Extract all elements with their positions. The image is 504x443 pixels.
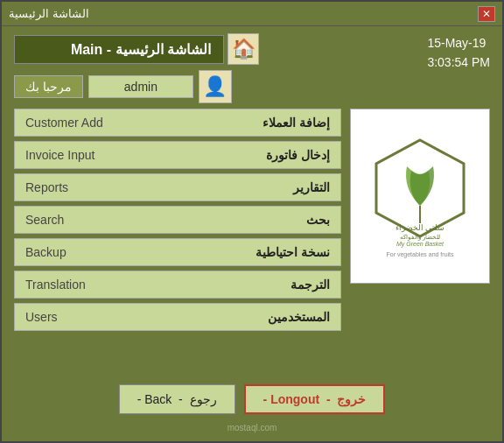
content-area: 15-May-19 3:03:54 PM 🏠 الشاشة الرئيسية -… bbox=[2, 26, 502, 441]
house-icon: 🏠 bbox=[228, 33, 259, 65]
main-window: ✕ الشاشة الرئيسية 15-May-19 3:03:54 PM 🏠… bbox=[0, 0, 504, 443]
translation-button[interactable]: الترجمة Translation bbox=[14, 271, 341, 299]
main-title-text: الشاشة الرئيسية - Main bbox=[71, 41, 211, 58]
logo-sub: For vegetables and fruits bbox=[386, 251, 453, 257]
backup-en: Backup bbox=[25, 245, 66, 259]
time-display: 3:03:54 PM bbox=[427, 53, 490, 72]
invoice-input-button[interactable]: إدخال فاتورة Invoice Input bbox=[14, 141, 341, 169]
users-ar: المستخدمين bbox=[268, 310, 330, 324]
customer-add-en: Customer Add bbox=[25, 116, 103, 130]
main-title-banner: الشاشة الرئيسية - Main bbox=[14, 35, 224, 64]
logout-ar: خروج bbox=[337, 392, 366, 406]
watermark: mostaql.com bbox=[14, 423, 490, 434]
backup-button[interactable]: نسخة احتياطية Backup bbox=[14, 238, 341, 266]
customer-add-ar: إضافة العملاء bbox=[262, 116, 330, 130]
backup-ar: نسخة احتياطية bbox=[256, 245, 330, 259]
logo-area: سلتي الخضراء للخضار والفواكه My Green Ba… bbox=[350, 109, 490, 284]
customer-add-button[interactable]: إضافة العملاء Customer Add bbox=[14, 109, 341, 137]
reports-button[interactable]: التقارير Reports bbox=[14, 173, 341, 201]
main-area: سلتي الخضراء للخضار والفواكه My Green Ba… bbox=[14, 109, 490, 374]
search-en: Search bbox=[25, 213, 64, 227]
search-ar: بحث bbox=[306, 213, 330, 227]
company-logo: سلتي الخضراء للخضار والفواكه My Green Ba… bbox=[368, 136, 472, 250]
bottom-buttons: خروج - Longout - رجوع - Back - bbox=[14, 379, 490, 418]
datetime-display: 15-May-19 3:03:54 PM bbox=[427, 33, 490, 73]
date-display: 15-May-19 bbox=[427, 33, 490, 53]
svg-text:My Green Basket: My Green Basket bbox=[396, 241, 444, 248]
back-button[interactable]: رجوع - Back - bbox=[119, 384, 235, 414]
welcome-row: 👤 admin مرحبا بك bbox=[14, 70, 232, 103]
avatar: 👤 bbox=[199, 70, 232, 103]
users-button[interactable]: المستخدمين Users bbox=[14, 303, 341, 331]
invoice-input-en: Invoice Input bbox=[25, 148, 94, 162]
close-button[interactable]: ✕ bbox=[478, 6, 495, 22]
translation-ar: الترجمة bbox=[290, 278, 330, 292]
back-en: Back - bbox=[137, 392, 172, 406]
welcome-label: مرحبا بك bbox=[14, 75, 83, 98]
svg-text:للخضار والفواكه: للخضار والفواكه bbox=[400, 234, 440, 241]
users-en: Users bbox=[25, 310, 58, 324]
reports-ar: التقارير bbox=[293, 180, 330, 194]
header-right: 🏠 الشاشة الرئيسية - Main 👤 admin مرحبا ب… bbox=[14, 33, 259, 103]
search-button[interactable]: بحث Search bbox=[14, 206, 341, 234]
buttons-area: إضافة العملاء Customer Add إدخال فاتورة … bbox=[14, 109, 341, 374]
logout-button[interactable]: خروج - Longout - bbox=[244, 384, 386, 414]
title-bar: ✕ الشاشة الرئيسية bbox=[2, 2, 502, 26]
top-section: 15-May-19 3:03:54 PM 🏠 الشاشة الرئيسية -… bbox=[14, 33, 490, 103]
invoice-input-ar: إدخال فاتورة bbox=[266, 148, 330, 162]
logout-en: Longout - bbox=[263, 392, 320, 406]
admin-field: admin bbox=[88, 75, 193, 98]
window-title: الشاشة الرئيسية bbox=[9, 7, 89, 20]
translation-en: Translation bbox=[25, 278, 86, 292]
svg-text:سلتي الخضراء: سلتي الخضراء bbox=[396, 223, 445, 233]
reports-en: Reports bbox=[25, 180, 68, 194]
back-ar: رجوع bbox=[190, 392, 217, 406]
